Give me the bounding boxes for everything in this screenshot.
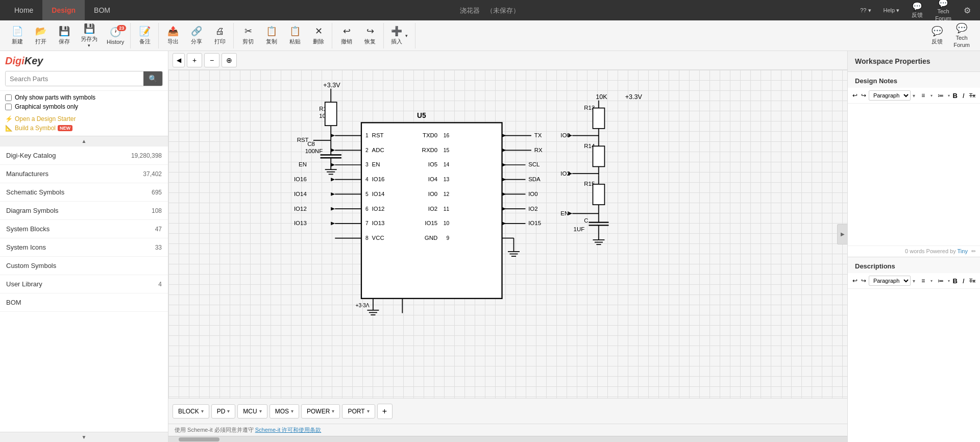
toolbar: 📄 新建 📂 打开 💾 保存 💾 另存为 ▾ 23 🕐 History 📝 备注 — [0, 20, 980, 51]
sidebar-item-library[interactable]: User Library 4 — [0, 275, 168, 293]
nav-home[interactable]: Home — [5, 0, 42, 20]
descriptions-undo[interactable]: ↩ — [852, 275, 858, 286]
forum-icon: 💬 — [938, 0, 948, 8]
insert-arrow[interactable]: ▾ — [404, 33, 409, 38]
svg-text:SCL: SCL — [528, 161, 540, 167]
design-starter-link[interactable]: ⚡ Open a Design Starter — [5, 115, 163, 122]
svg-text:1UF: 1UF — [574, 226, 585, 232]
mos-button[interactable]: MOS ▾ — [270, 404, 299, 419]
saveas-button[interactable]: 💾 另存为 ▾ — [77, 24, 102, 47]
sidebar-item-schematic[interactable]: Schematic Symbols 695 — [0, 183, 168, 202]
scrollbar-thumb[interactable] — [179, 437, 219, 441]
toolbar-feedback-button[interactable]: 💬 反馈 — [926, 24, 948, 47]
design-notes-paragraph-select[interactable]: Paragraph — [869, 90, 911, 101]
design-notes-undo[interactable]: ↩ — [852, 90, 858, 101]
svg-marker-125 — [568, 212, 572, 215]
sidebar-item-blocks[interactable]: System Blocks 47 — [0, 220, 168, 238]
design-notes-list-ol[interactable]: ≔ ▾ — [935, 90, 950, 101]
nav-design[interactable]: Design — [42, 0, 85, 20]
sidebar-scroll-down[interactable]: ▼ — [0, 432, 168, 442]
sidebar-item-custom[interactable]: Custom Symbols — [0, 257, 168, 275]
descriptions-bold[interactable]: B — [952, 275, 958, 286]
svg-text:6: 6 — [365, 206, 369, 212]
delete-icon: ✕ — [315, 26, 323, 37]
mcu-button[interactable]: MCU ▾ — [237, 404, 267, 419]
descriptions-list-ol[interactable]: ≔ ▾ — [935, 275, 950, 286]
add-block-button[interactable]: + — [377, 404, 393, 419]
share-button[interactable]: 🔗 分享 — [185, 24, 208, 47]
schematic-canvas[interactable]: +3.3V R12 10K C8 100NF — [168, 70, 847, 398]
checkbox-graphical[interactable]: Graphical symbols only — [5, 103, 163, 110]
descriptions-list-ul[interactable]: ≡ ▾ — [917, 275, 933, 286]
design-notes-bold[interactable]: B — [952, 90, 958, 101]
copy-button[interactable]: 📋 复制 — [260, 24, 283, 47]
descriptions-content[interactable] — [848, 289, 980, 442]
sidebar-item-bom[interactable]: BOM — [0, 293, 168, 312]
toolbar-forum-button[interactable]: 💬 TechForum — [949, 24, 974, 47]
help-button[interactable]: Help ▾ — [879, 7, 904, 14]
svg-marker-97 — [502, 207, 506, 211]
help-q-button[interactable]: ?? ▾ — [856, 7, 875, 14]
design-notes-clear-format[interactable]: Tx — [969, 90, 976, 101]
sidebar-item-diagram[interactable]: Diagram Symbols 108 — [0, 202, 168, 220]
svg-text:2: 2 — [365, 148, 369, 153]
undo-button[interactable]: ↩ 撤销 — [335, 24, 358, 47]
svg-text:IO15: IO15 — [528, 220, 541, 226]
print-button[interactable]: 🖨 打印 — [209, 24, 231, 47]
block-button[interactable]: BLOCK ▾ — [173, 404, 209, 419]
zoom-fit-button[interactable]: ⊕ — [222, 53, 237, 67]
descriptions-title: Descriptions — [848, 257, 980, 273]
design-notes-redo[interactable]: ↪ — [860, 90, 866, 101]
search-input[interactable] — [6, 72, 143, 86]
power-button[interactable]: POWER ▾ — [301, 404, 340, 419]
license-link[interactable]: Scheme-it 许可和使用条款 — [255, 427, 322, 433]
feedback-button[interactable]: 💬 反馈 — [908, 2, 927, 19]
design-notes-italic[interactable]: I — [960, 90, 966, 101]
sidebar-collapse-button[interactable]: ◀ — [173, 53, 185, 67]
history-button[interactable]: 23 🕐 History — [103, 24, 128, 47]
redo-button[interactable]: ↪ 恢复 — [359, 24, 381, 47]
svg-marker-49 — [331, 222, 335, 225]
forum-button[interactable]: 💬 TechForum — [931, 0, 955, 22]
export-button[interactable]: 📤 导出 — [162, 24, 184, 47]
open-button[interactable]: 📂 打开 — [30, 24, 52, 47]
build-symbol-link[interactable]: 📐 Build a Symbol NEW — [5, 125, 163, 132]
design-notes-list-ul[interactable]: ≡ ▾ — [917, 90, 933, 101]
settings-button[interactable]: ⚙ — [960, 6, 975, 15]
zoom-in-button[interactable]: + — [187, 53, 202, 67]
zoom-out-button[interactable]: − — [204, 53, 219, 67]
cut-button[interactable]: ✂ 剪切 — [237, 24, 259, 47]
nav-bom[interactable]: BOM — [85, 0, 119, 20]
sidebar-scroll-up[interactable]: ▲ — [0, 136, 168, 146]
top-nav-right: ?? ▾ Help ▾ 💬 反馈 💬 TechForum ⚙ — [856, 0, 975, 22]
save-button[interactable]: 💾 保存 — [53, 24, 76, 47]
search-button[interactable]: 🔍 — [143, 71, 162, 86]
svg-text:IO2: IO2 — [428, 206, 438, 212]
tiny-link[interactable]: Tiny — [958, 248, 968, 254]
checkbox-symbols[interactable]: Only show parts with symbols — [5, 94, 163, 101]
svg-marker-118 — [568, 172, 572, 176]
new-button[interactable]: 📄 新建 — [6, 24, 29, 47]
canvas-main[interactable]: +3.3V R12 10K C8 100NF — [168, 70, 847, 398]
svg-text:3: 3 — [365, 162, 369, 167]
sidebar-item-icons[interactable]: System Icons 33 — [0, 238, 168, 257]
descriptions-italic[interactable]: I — [960, 275, 966, 286]
sidebar-item-catalog[interactable]: Digi-Key Catalog 19,280,398 — [0, 146, 168, 165]
descriptions-redo[interactable]: ↪ — [860, 275, 866, 286]
right-panel-collapse-button[interactable]: ▶ — [837, 224, 847, 244]
delete-button[interactable]: ✕ 删除 — [307, 24, 330, 47]
svg-text:4: 4 — [365, 177, 369, 182]
descriptions-clear-format[interactable]: Tx — [969, 275, 976, 286]
paste-button[interactable]: 📋 粘贴 — [284, 24, 306, 47]
port-button[interactable]: PORT ▾ — [342, 404, 375, 419]
notes-button[interactable]: 📝 备注 — [134, 24, 156, 47]
sidebar-item-manufacturers[interactable]: Manufacturers 37,402 — [0, 165, 168, 183]
insert-button[interactable]: ➕ 插入 ▾ — [387, 24, 413, 47]
svg-text:12: 12 — [444, 191, 450, 197]
design-notes-content[interactable] — [848, 104, 980, 245]
descriptions-paragraph-select[interactable]: Paragraph — [869, 276, 911, 286]
export-icon: 📤 — [167, 26, 179, 37]
svg-marker-46 — [331, 178, 335, 181]
pd-button[interactable]: PD ▾ — [211, 404, 236, 419]
canvas-scrollbar-horizontal[interactable] — [168, 436, 847, 442]
